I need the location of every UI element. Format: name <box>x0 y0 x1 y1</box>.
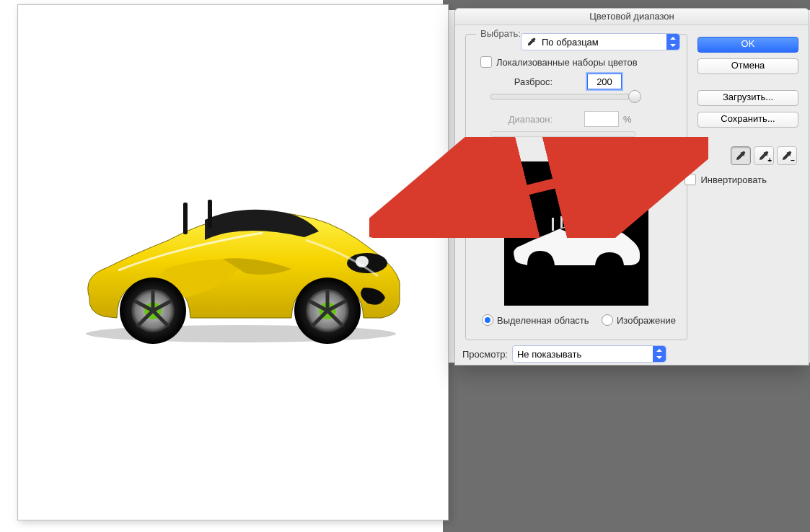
svg-rect-1 <box>183 203 188 234</box>
ok-button[interactable]: OK <box>697 37 798 53</box>
localized-label: Локализованные наборы цветов <box>496 57 638 68</box>
mask-car-icon <box>510 213 642 275</box>
localized-row[interactable]: Локализованные наборы цветов <box>480 56 638 68</box>
preview-mode-dropdown[interactable]: Не показывать <box>512 345 666 363</box>
cancel-button[interactable]: Отмена <box>697 58 798 74</box>
eyedropper-tools: + − <box>731 146 797 165</box>
eyedropper-sample[interactable] <box>731 146 751 165</box>
dialog-body: Выбрать: По образцам Локализованные набо… <box>455 25 809 365</box>
svg-point-22 <box>599 253 620 275</box>
color-range-dialog: Цветовой диапазон Выбрать: По образцам <box>454 8 809 365</box>
document-window <box>17 4 449 520</box>
select-dropdown[interactable]: По образцам <box>521 33 680 50</box>
svg-point-21 <box>529 253 551 275</box>
radio-selection[interactable] <box>482 314 493 326</box>
eyedropper-add[interactable]: + <box>754 146 774 165</box>
save-button[interactable]: Сохранить... <box>697 112 798 128</box>
radio-selection-label: Выделенная область <box>497 315 589 326</box>
fuzziness-thumb[interactable] <box>628 90 641 103</box>
select-label: Выбрать: <box>476 28 525 39</box>
fuzziness-label: Разброс: <box>499 76 553 87</box>
radio-image[interactable] <box>602 314 613 326</box>
range-input <box>584 111 619 127</box>
fuzziness-row: Разброс: <box>499 74 622 89</box>
percent-sign: % <box>623 114 632 125</box>
app-bg <box>443 363 810 532</box>
preview-mode-row: Просмотр: Не показывать <box>462 345 666 363</box>
range-row: Диапазон: % <box>486 111 632 127</box>
invert-row[interactable]: Инвертировать <box>684 174 767 185</box>
svg-rect-2 <box>208 200 212 229</box>
eyedropper-subtract[interactable]: − <box>777 146 797 165</box>
svg-rect-24 <box>560 216 563 228</box>
select-row: По образцам <box>521 33 680 50</box>
preview-mode-value: Не показывать <box>517 349 661 360</box>
preview-mode-label: Просмотр: <box>462 349 508 360</box>
localized-checkbox[interactable] <box>480 56 492 68</box>
radio-selection-row[interactable]: Выделенная область <box>482 314 589 326</box>
radio-image-label: Изображение <box>617 315 676 326</box>
fuzziness-slider[interactable] <box>490 94 636 99</box>
load-button[interactable]: Загрузить... <box>697 90 798 106</box>
canvas[interactable] <box>23 9 435 515</box>
fuzziness-input[interactable] <box>587 74 622 89</box>
invert-label: Инвертировать <box>700 174 767 185</box>
dropdown-arrows-icon <box>653 346 666 362</box>
car-image <box>75 190 407 345</box>
select-value: По образцам <box>542 37 675 48</box>
screenshot-root: Цветовой диапазон Выбрать: По образцам <box>0 0 810 532</box>
range-slider <box>490 131 636 137</box>
range-label: Диапазон: <box>486 114 553 125</box>
dropdown-arrows-icon <box>666 34 679 50</box>
select-group: Выбрать: По образцам Локализованные набо… <box>465 34 687 340</box>
selection-preview[interactable] <box>504 161 648 306</box>
invert-checkbox[interactable] <box>684 174 696 185</box>
dialog-title: Цветовой диапазон <box>455 9 809 25</box>
svg-rect-23 <box>552 218 554 231</box>
eyedropper-icon <box>735 150 747 161</box>
radio-image-row[interactable]: Изображение <box>602 314 676 326</box>
eyedropper-icon <box>526 36 537 48</box>
